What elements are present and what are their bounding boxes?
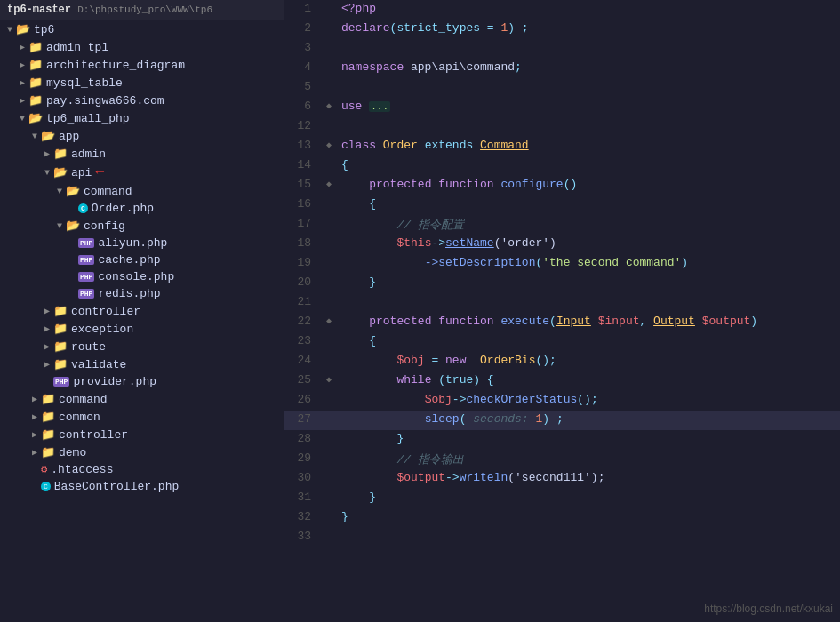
- code-row: 32}: [284, 508, 840, 528]
- code-line-content: ->setDescription('the second command'): [338, 254, 840, 274]
- tree-item-label: validate: [71, 358, 126, 371]
- code-line-content: protected function execute(Input $input,…: [338, 313, 840, 332]
- fold-icon[interactable]: ◆: [326, 140, 332, 150]
- line-gutter: [320, 254, 338, 274]
- tree-item-BaseController.php[interactable]: CBaseController.php: [0, 478, 284, 495]
- folder-arrow: ▶: [28, 411, 41, 422]
- code-row: 19 ->setDescription('the second command'…: [284, 254, 840, 274]
- line-gutter: [320, 0, 338, 20]
- line-gutter: ◆: [320, 176, 338, 195]
- tree-item-config[interactable]: ▼📂config: [0, 217, 284, 235]
- code-line-content: while (true) {: [338, 371, 840, 391]
- code-line-content: // 指令输出: [338, 450, 840, 469]
- tree-item-route[interactable]: ▶📁route: [0, 338, 284, 355]
- tree-item-tp6[interactable]: ▼📂tp6: [0, 20, 284, 38]
- folder-arrow: ▶: [41, 323, 53, 334]
- tree-item-admin[interactable]: ▶📁admin: [0, 145, 284, 163]
- line-number: 31: [284, 489, 320, 508]
- tree-item-admin_tpl[interactable]: ▶📁admin_tpl: [0, 38, 284, 56]
- code-row: 14{: [284, 156, 840, 176]
- tree-item-label: tp6_mall_php: [46, 112, 130, 125]
- line-number: 19: [284, 254, 320, 274]
- line-gutter: [320, 117, 338, 137]
- fold-icon[interactable]: ◆: [326, 179, 332, 189]
- tree-item-pay.singwa666.com[interactable]: ▶📁pay.singwa666.com: [0, 92, 284, 109]
- code-line-content: $obj = new OrderBis();: [338, 352, 840, 371]
- tree-item-label: command: [84, 185, 132, 198]
- tree-item-demo[interactable]: ▶📁demo: [0, 443, 284, 461]
- tree-item-Order.php[interactable]: COrder.php: [0, 200, 284, 217]
- file-tree[interactable]: tp6-master D:\phpstudy_pro\WWW\tp6 ▼📂tp6…: [0, 0, 284, 622]
- watermark: https://blog.csdn.net/kxukai: [704, 602, 833, 615]
- line-gutter: [320, 59, 338, 78]
- line-gutter: [320, 489, 338, 508]
- php-file-icon: PHP: [78, 255, 94, 265]
- folder-icon: 📁: [41, 445, 55, 459]
- tree-item-controller2[interactable]: ▶📁controller: [0, 426, 284, 443]
- line-number: 2: [284, 20, 320, 39]
- line-number: 28: [284, 430, 320, 450]
- folder-icon: 📂: [66, 219, 80, 233]
- line-number: 24: [284, 352, 320, 371]
- tree-item-common[interactable]: ▶📁common: [0, 408, 284, 426]
- tree-item-architecture_diagram[interactable]: ▶📁architecture_diagram: [0, 56, 284, 74]
- code-row: 1<?php: [284, 0, 840, 20]
- tree-item-app[interactable]: ▼📂app: [0, 127, 284, 145]
- line-gutter: [320, 469, 338, 489]
- line-gutter: ◆: [320, 98, 338, 117]
- code-line-content: $obj->checkOrderStatus();: [338, 391, 840, 411]
- code-line-content: {: [338, 156, 840, 176]
- line-number: 17: [284, 215, 320, 235]
- code-row: 24 $obj = new OrderBis();: [284, 352, 840, 371]
- code-row: 6◆use ...: [284, 98, 840, 117]
- line-gutter: [320, 352, 338, 371]
- line-number: 12: [284, 117, 320, 137]
- tree-item-label: common: [59, 411, 100, 424]
- line-number: 21: [284, 293, 320, 313]
- tree-item-api[interactable]: ▼📂api←: [0, 163, 284, 182]
- code-row: 12: [284, 117, 840, 137]
- tree-item-exception[interactable]: ▶📁exception: [0, 320, 284, 338]
- php-file-icon: PHP: [78, 289, 94, 299]
- tree-item-label: app: [59, 130, 79, 143]
- htaccess-icon: ⚙: [41, 463, 47, 476]
- tree-item-tp6_mall_php[interactable]: ▼📂tp6_mall_php: [0, 109, 284, 127]
- tree-item-provider.php[interactable]: PHPprovider.php: [0, 373, 284, 390]
- code-line-content: namespace app\api\command;: [338, 59, 840, 78]
- tree-item-label: architecture_diagram: [46, 59, 185, 72]
- tree-item-mysql_table[interactable]: ▶📁mysql_table: [0, 74, 284, 92]
- tree-item-label: config: [84, 219, 125, 233]
- code-row: 4namespace app\api\command;: [284, 59, 840, 78]
- tree-item-command[interactable]: ▼📂command: [0, 182, 284, 200]
- line-number: 33: [284, 528, 320, 547]
- tree-item-validate[interactable]: ▶📁validate: [0, 355, 284, 373]
- code-line-content: declare(strict_types = 1) ;: [338, 20, 840, 39]
- tree-item-redis.php[interactable]: PHPredis.php: [0, 285, 284, 302]
- folder-icon: 📂: [66, 184, 80, 198]
- fold-icon[interactable]: ◆: [326, 375, 332, 385]
- code-row: 27 sleep( seconds: 1) ;: [284, 411, 840, 430]
- folder-arrow: ▼: [4, 25, 16, 35]
- code-editor[interactable]: 1<?php2declare(strict_types = 1) ;34name…: [284, 0, 840, 622]
- fold-icon[interactable]: ◆: [326, 101, 332, 111]
- line-number: 29: [284, 450, 320, 469]
- folder-icon: 📁: [53, 304, 68, 318]
- tree-item-command2[interactable]: ▶📁command: [0, 390, 284, 408]
- php-file-icon: PHP: [78, 272, 94, 282]
- line-gutter: [320, 235, 338, 254]
- line-number: 32: [284, 508, 320, 528]
- code-row: 22◆ protected function execute(Input $in…: [284, 313, 840, 332]
- tree-item-.htaccess[interactable]: ⚙.htaccess: [0, 461, 284, 478]
- code-line-content: }: [338, 430, 840, 450]
- tree-item-cache.php[interactable]: PHPcache.php: [0, 251, 284, 268]
- fold-icon[interactable]: ◆: [326, 316, 332, 326]
- folder-arrow: ▶: [28, 429, 41, 440]
- tree-item-aliyun.php[interactable]: PHPaliyun.php: [0, 235, 284, 251]
- folder-arrow: ▶: [28, 447, 41, 458]
- line-number: 13: [284, 137, 320, 156]
- line-gutter: [320, 20, 338, 39]
- folder-icon: 📂: [16, 22, 30, 36]
- tree-item-controller[interactable]: ▶📁controller: [0, 302, 284, 320]
- tree-item-label: command: [59, 393, 108, 406]
- tree-item-console.php[interactable]: PHPconsole.php: [0, 268, 284, 285]
